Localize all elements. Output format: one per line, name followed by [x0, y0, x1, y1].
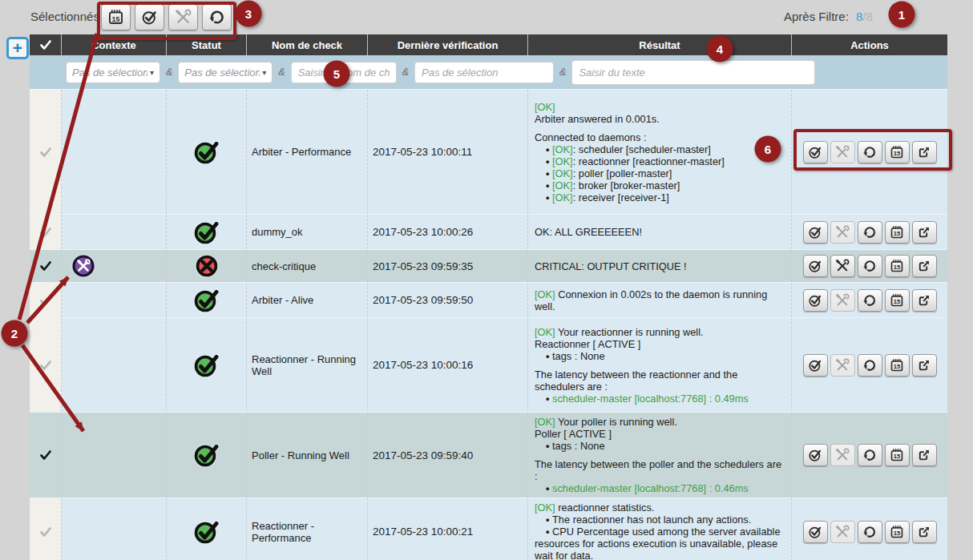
acknowledge-button[interactable]	[803, 444, 828, 466]
export-button[interactable]	[912, 289, 937, 312]
actions-cell: 15	[792, 498, 947, 560]
status-cell	[167, 215, 247, 249]
acknowledge-button[interactable]	[803, 354, 828, 377]
acknowledge-button[interactable]	[803, 255, 828, 277]
recheck-button[interactable]	[858, 289, 882, 312]
result-line: [OK]: scheduler [scheduler-master]	[535, 143, 785, 155]
downtime-button[interactable]: 15	[885, 521, 910, 543]
result-line: [OK] Your reactionner is running well.	[535, 326, 785, 338]
result-line: CPU Percentage used among the server ava…	[535, 526, 785, 560]
undo-icon	[862, 145, 877, 159]
fix-button[interactable]	[830, 444, 855, 466]
last-check-filter-input[interactable]	[414, 62, 554, 83]
status-cell	[167, 413, 247, 498]
recheck-button[interactable]	[858, 141, 882, 163]
export-icon	[917, 225, 931, 240]
undo-icon	[862, 358, 877, 373]
calendar-15-icon: 15	[890, 225, 904, 240]
downtime-button[interactable]: 15	[885, 444, 910, 466]
downtime-button[interactable]: 15	[885, 354, 910, 377]
column-header-context[interactable]: Contexte	[62, 34, 167, 55]
table-row[interactable]: Reactionner - Running Well2017-05-23 10:…	[30, 317, 947, 412]
critical-status-icon	[193, 252, 220, 280]
result-line: [OK]: receiver [receiver-1]	[535, 191, 785, 203]
recheck-button[interactable]	[858, 444, 882, 466]
check-icon	[40, 40, 51, 50]
table-row[interactable]: Arbiter - Performance2017-05-23 10:00:11…	[30, 89, 947, 214]
after-filter-label: Après Filtre:	[784, 10, 849, 23]
column-header-actions[interactable]: Actions	[792, 34, 947, 55]
fix-button[interactable]	[830, 255, 855, 277]
downtime-button[interactable]: 15	[885, 255, 910, 277]
recheck-button[interactable]	[858, 255, 882, 277]
export-button[interactable]	[912, 354, 937, 377]
recheck-button[interactable]	[858, 521, 882, 543]
bulk-recheck-button[interactable]	[202, 4, 232, 30]
row-select-cell[interactable]	[30, 498, 62, 560]
table-row[interactable]: Arbiter - Alive2017-05-23 09:59:50[OK] C…	[30, 282, 947, 317]
table-row[interactable]: check-critique2017-05-23 09:59:35CRITICA…	[30, 249, 947, 282]
recheck-button[interactable]	[858, 354, 882, 377]
column-header-name[interactable]: Nom de check	[247, 34, 368, 55]
result-line	[535, 362, 785, 369]
check-name: Reactionner - Performance	[252, 520, 364, 544]
fix-button[interactable]	[830, 354, 855, 377]
status-filter-select[interactable]: Pas de sélection ▾	[178, 62, 273, 83]
downtime-button[interactable]: 15	[885, 221, 910, 244]
row-select-cell[interactable]	[30, 90, 62, 214]
table-row[interactable]: Reactionner - Performance2017-05-23 10:0…	[30, 498, 947, 560]
result-line: [OK] Your poller is running well.	[535, 416, 785, 428]
row-select-cell[interactable]	[30, 250, 62, 282]
tools-icon	[835, 145, 850, 159]
fix-button[interactable]	[830, 289, 855, 312]
last-check-cell: 2017-05-23 09:59:50	[368, 283, 528, 317]
acknowledge-button[interactable]	[803, 521, 828, 543]
result-line: [OK]: broker [broker-master]	[535, 179, 785, 191]
export-button[interactable]	[912, 221, 937, 244]
row-select-cell[interactable]	[30, 215, 62, 249]
column-header-status[interactable]: Statut	[167, 34, 247, 55]
context-filter-select[interactable]: Pas de sélection ▾	[66, 62, 160, 83]
undo-icon	[208, 9, 225, 26]
svg-text:15: 15	[894, 264, 901, 271]
export-button[interactable]	[912, 255, 937, 277]
checks-table-screen: Sélectionnés : 2 15 Après Filtre: 8/8 + …	[0, 0, 973, 560]
check-name-cell: Arbiter - Performance	[247, 90, 368, 214]
table-row[interactable]: dummy_ok2017-05-23 10:00:26OK: ALL GREEE…	[30, 214, 947, 249]
add-filter-button[interactable]: +	[6, 37, 29, 59]
row-select-cell[interactable]	[30, 283, 62, 317]
export-button[interactable]	[912, 141, 937, 163]
result-filter-input[interactable]	[571, 60, 815, 85]
filter-row: Pas de sélection ▾ & Pas de sélection ▾ …	[30, 55, 947, 89]
fix-button[interactable]	[830, 521, 855, 543]
bulk-downtime-button[interactable]: 15	[101, 4, 131, 30]
calendar-15-icon: 15	[890, 358, 904, 373]
fix-button[interactable]	[830, 221, 855, 244]
bulk-fix-button[interactable]	[168, 4, 198, 30]
acknowledge-button[interactable]	[803, 289, 828, 312]
row-select-cell[interactable]	[30, 318, 62, 412]
check-name: Reactionner - Running Well	[252, 353, 364, 377]
downtime-button[interactable]: 15	[885, 141, 910, 163]
column-header-select[interactable]	[30, 34, 62, 55]
result-cell: [OK] Your reactionner is running well.Re…	[528, 318, 792, 412]
annotation-badge-2: 2	[2, 320, 28, 347]
table-row[interactable]: Poller - Running Well2017-05-23 09:59:40…	[30, 412, 947, 498]
acknowledge-button[interactable]	[803, 141, 828, 163]
recheck-button[interactable]	[858, 221, 882, 244]
column-header-result[interactable]: Résultat	[528, 34, 792, 55]
actions-cell: 15	[792, 215, 947, 249]
export-button[interactable]	[912, 444, 937, 466]
name-filter-input[interactable]	[291, 62, 397, 83]
export-button[interactable]	[912, 521, 937, 543]
downtime-button[interactable]: 15	[885, 289, 910, 312]
last-check-cell: 2017-05-23 10:00:16	[368, 318, 528, 412]
chevron-down-icon: ▾	[150, 68, 154, 77]
acknowledge-button[interactable]	[803, 221, 828, 244]
bulk-acknowledge-button[interactable]	[135, 4, 164, 30]
result-cell: CRITICAL: OUTPUT CRITIQUE !	[528, 250, 792, 282]
column-header-last_check[interactable]: Dernière vérification	[368, 34, 528, 55]
check-name: Arbiter - Alive	[252, 294, 313, 306]
fix-button[interactable]	[830, 141, 855, 163]
row-select-cell[interactable]	[30, 413, 62, 498]
